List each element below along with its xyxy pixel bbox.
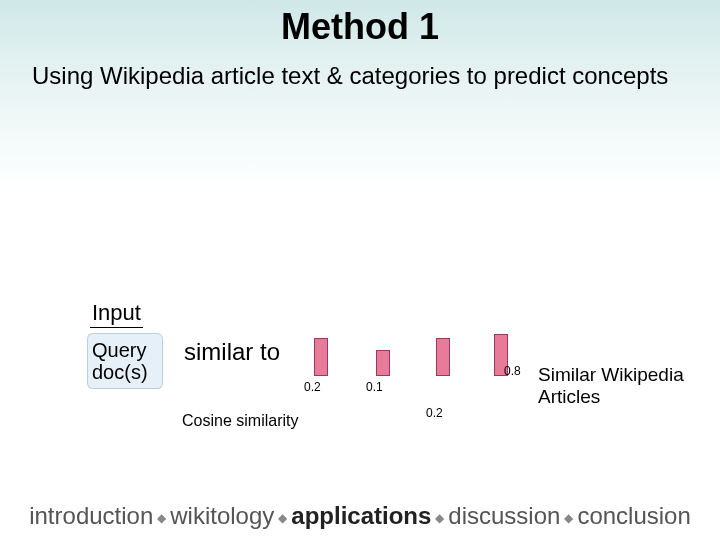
query-doc-box: Query doc(s) xyxy=(88,334,162,388)
breadcrumb-separator: ◆ xyxy=(435,511,444,525)
subtitle: Using Wikipedia article text & categorie… xyxy=(0,48,720,90)
breadcrumb-separator: ◆ xyxy=(157,511,166,525)
similar-articles-label: Similar Wikipedia Articles xyxy=(538,364,720,408)
page-title: Method 1 xyxy=(0,0,720,48)
bar xyxy=(436,338,450,376)
breadcrumb-item: wikitology xyxy=(170,502,274,529)
breadcrumb-item: conclusion xyxy=(577,502,690,529)
bar-value: 0.2 xyxy=(304,380,321,394)
breadcrumb-item: applications xyxy=(291,502,431,529)
similar-to-label: similar to xyxy=(184,338,280,366)
bar xyxy=(376,350,390,376)
bar xyxy=(314,338,328,376)
diagram-area: Input Query doc(s) similar to Cosine sim… xyxy=(0,300,720,480)
breadcrumb: introduction◆wikitology◆applications◆dis… xyxy=(0,502,720,530)
breadcrumb-separator: ◆ xyxy=(564,511,573,525)
breadcrumb-item: discussion xyxy=(448,502,560,529)
input-label: Input xyxy=(90,300,143,328)
bar-value: 0.1 xyxy=(366,380,383,394)
breadcrumb-separator: ◆ xyxy=(278,511,287,525)
query-line2: doc(s) xyxy=(92,361,162,383)
bar-value: 0.2 xyxy=(426,406,443,420)
query-line1: Query xyxy=(92,339,162,361)
bar-value: 0.8 xyxy=(504,364,521,378)
breadcrumb-item: introduction xyxy=(29,502,153,529)
cosine-similarity-label: Cosine similarity xyxy=(182,412,298,430)
